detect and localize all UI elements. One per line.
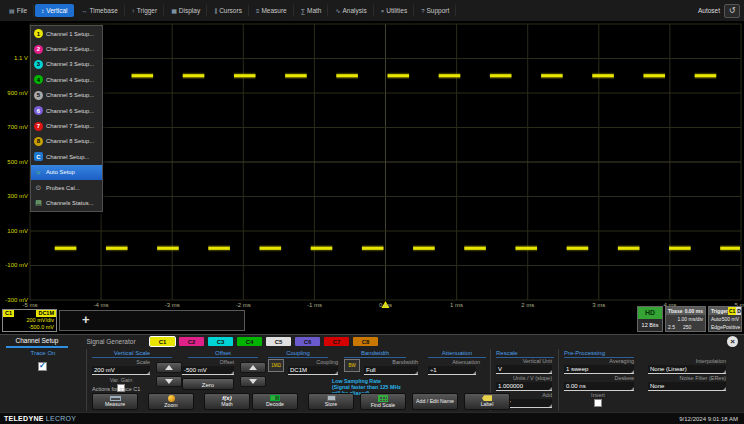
menubar-utilities[interactable]: ×Utilities (375, 4, 414, 17)
x-axis-tick-label: -5 ms (16, 302, 44, 308)
bandwidth-select[interactable]: Full (364, 366, 418, 375)
menubar-trigger[interactable]: ↑Trigger (126, 4, 164, 17)
add-edit-name-button[interactable]: Add / Edit Name (412, 393, 458, 410)
offset-field[interactable]: -500 mV (182, 366, 234, 375)
units-per-volt-field[interactable]: 1.000000 (496, 382, 552, 391)
channel-6-setup-badge-icon: 6 (34, 106, 43, 115)
channel-chip-c4[interactable]: C4 (237, 337, 262, 346)
trigger-type: Edge (711, 323, 723, 331)
menubar-analysis[interactable]: ∿Analysis (329, 4, 373, 17)
menu-item-auto-setup[interactable]: ≈Auto Setup (31, 165, 102, 180)
autoset-button[interactable]: Autoset (698, 7, 720, 14)
timebase-position: 0.00 ms (685, 307, 703, 315)
menubar-support[interactable]: ?Support (415, 4, 456, 17)
averaging-select[interactable]: 1 sweep (564, 365, 634, 374)
x-axis-tick-label: -4 ms (87, 302, 115, 308)
x-axis-tick-label: -3 ms (158, 302, 186, 308)
menu-item-channel-7-setup[interactable]: 7Channel 7 Setup... (31, 118, 102, 133)
y-axis-tick-label: 1.1 V (1, 55, 28, 61)
menu-item-channel-2-setup[interactable]: 2Channel 2 Setup... (31, 41, 102, 56)
menu-item-channel-1-setup[interactable]: 1Channel 1 Setup... (31, 26, 102, 41)
attenuation-select[interactable]: ÷1 (428, 366, 476, 375)
menubar-timebase[interactable]: ↔Timebase (75, 4, 124, 17)
channel-chip-c6[interactable]: C6 (295, 337, 320, 346)
hd-mode-box[interactable]: HD 12 Bits (637, 306, 663, 332)
decode-button[interactable]: Decode (252, 393, 298, 410)
coupling-select[interactable]: DC1M (288, 366, 338, 375)
waveform-display[interactable]: 1.1 V900 mV700 mV500 mV300 mV100 mV-100 … (0, 22, 744, 312)
support-icon: ? (421, 8, 424, 14)
scale-up-button[interactable] (156, 362, 182, 373)
zoom-button[interactable]: Zoom (148, 393, 194, 410)
deskew-label: Deskew (564, 375, 634, 381)
scale-field[interactable]: 200 mV (92, 366, 150, 375)
menu-item-label: Channel Setup... (46, 154, 89, 160)
menu-item-channel-5-setup[interactable]: 5Channel 5 Setup... (31, 88, 102, 103)
menu-item-channel-setup[interactable]: CChannel Setup... (31, 149, 102, 164)
invert-checkbox[interactable] (594, 399, 602, 407)
menubar-measure[interactable]: ≡Measure (250, 4, 294, 17)
trigger-title: Trigger (711, 307, 728, 315)
channels-status-icon: ▤ (34, 199, 43, 207)
oscilloscope-screen: ▤File↕Vertical↔Timebase↑Trigger▦Display∥… (0, 0, 744, 424)
trace-descriptor-c1[interactable]: C1 DC1M 200 mV/div -500.0 mV (2, 309, 57, 332)
channel-chip-c2[interactable]: C2 (179, 337, 204, 346)
trigger-box[interactable]: Trigger C1 DC Auto 500 mV Edge Positive (708, 306, 742, 332)
measure-button[interactable]: Measure (92, 393, 138, 410)
up-arrow-icon (165, 365, 173, 370)
offset-down-button[interactable] (240, 376, 266, 387)
close-dialog-button[interactable]: × (727, 336, 738, 347)
action-button-label: Add / Edit Name (416, 399, 454, 405)
channel-chip-c1[interactable]: C1 (150, 337, 175, 346)
cursors-icon: ∥ (214, 7, 217, 14)
down-arrow-icon (249, 379, 257, 384)
menubar-label: Display (179, 7, 200, 14)
menu-item-label: Channel 5 Setup... (46, 92, 94, 98)
menubar-math[interactable]: ∑Math (295, 4, 329, 17)
menubar-file[interactable]: ▤File (3, 4, 34, 17)
label-button[interactable]: Label (464, 393, 510, 410)
channel-chip-c5[interactable]: C5 (266, 337, 291, 346)
tab-channel-setup[interactable]: Channel Setup (6, 335, 68, 348)
channel-chip-c7[interactable]: C7 (324, 337, 349, 346)
coupling-header: Coupling (268, 350, 328, 358)
menu-item-channel-8-setup[interactable]: 8Channel 8 Setup... (31, 134, 102, 149)
timebase-icon: ↔ (81, 8, 87, 14)
offset-label: Offset (182, 359, 234, 365)
invert-label: Invert (578, 392, 618, 398)
file-icon: ▤ (9, 7, 15, 14)
divider (86, 349, 87, 411)
trace-on-checkbox[interactable] (38, 362, 47, 371)
tab-signal-generator[interactable]: Signal Generator (74, 335, 148, 348)
vertical-icon: ↕ (41, 8, 44, 14)
x-axis-tick-label: -1 ms (300, 302, 328, 308)
menubar-vertical[interactable]: ↕Vertical (35, 4, 74, 17)
undo-autoset-icon[interactable]: ↺ (724, 4, 740, 18)
offset-up-button[interactable] (240, 362, 266, 373)
menu-item-channel-4-setup[interactable]: 4Channel 4 Setup... (31, 72, 102, 87)
menu-item-label: Channel 8 Setup... (46, 138, 94, 144)
descriptor-coupling-chip: DC1M (36, 310, 56, 317)
interpolation-select[interactable]: None (Linear) (648, 365, 726, 374)
store-button[interactable]: Store (308, 393, 354, 410)
channel-chip-c8[interactable]: C8 (353, 337, 378, 346)
noise-filter-select[interactable]: None (648, 382, 726, 391)
trigger-slope: Positive (723, 323, 741, 331)
math-button[interactable]: f(x)Math (204, 393, 250, 410)
menubar-cursors[interactable]: ∥Cursors (208, 4, 249, 17)
deskew-field[interactable]: 0.00 ns (564, 382, 634, 391)
scale-label: Scale (92, 359, 150, 365)
menu-item-channel-3-setup[interactable]: 3Channel 3 Setup... (31, 57, 102, 72)
label-icon (482, 395, 492, 401)
menu-item-channel-6-setup[interactable]: 6Channel 6 Setup... (31, 103, 102, 118)
menu-item-channels-status[interactable]: ▤Channels Status... (31, 195, 102, 210)
add-trace-slot[interactable]: + (59, 310, 245, 331)
find-scale-button[interactable]: Find Scale (360, 393, 406, 410)
channel-chip-c3[interactable]: C3 (208, 337, 233, 346)
up-arrow-icon (249, 365, 257, 370)
menu-item-probes-cal[interactable]: ⊙Probes Cal... (31, 180, 102, 195)
menubar-display[interactable]: ▦Display (165, 4, 207, 17)
timebase-scale: 1.00 ms/div (677, 315, 703, 323)
vertical-unit-select[interactable]: V (496, 365, 552, 374)
timebase-box[interactable]: Tbase 0.00 ms 1.00 ms/div 2.5 MS 250 MS/… (665, 306, 706, 332)
